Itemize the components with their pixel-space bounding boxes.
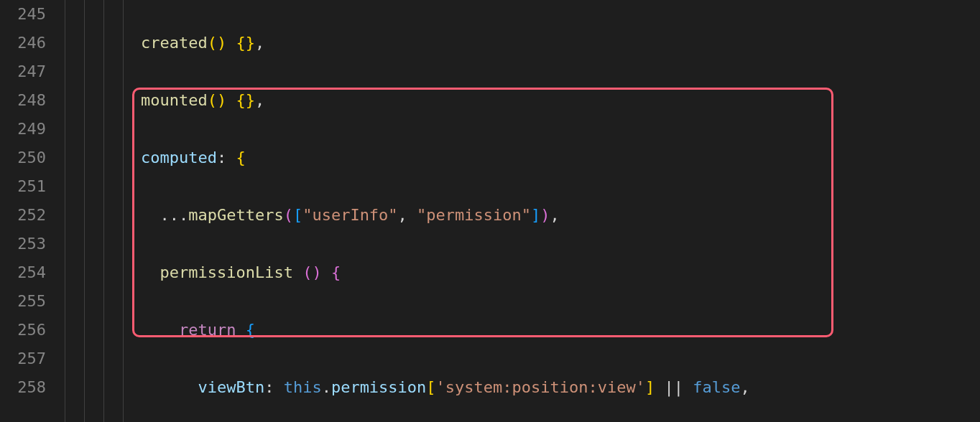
code-line[interactable]: mounted() {}, <box>65 86 980 115</box>
string-literal: 'system:position:view' <box>436 378 645 396</box>
code-area[interactable]: created() {}, mounted() {}, computed: { … <box>65 0 980 422</box>
line-number: 251 <box>0 172 46 201</box>
property-name: permission <box>331 378 426 396</box>
boolean-literal: false <box>693 378 740 396</box>
line-number: 248 <box>0 86 46 115</box>
line-number: 252 <box>0 201 46 230</box>
code-line[interactable]: viewBtn: this.permission['system:positio… <box>65 373 980 402</box>
code-line[interactable]: return { <box>65 316 980 344</box>
line-number: 246 <box>0 29 46 57</box>
property-name: viewBtn <box>198 378 264 396</box>
line-number: 247 <box>0 57 46 86</box>
code-line[interactable]: created() {}, <box>65 29 980 57</box>
code-editor[interactable]: 245 246 247 248 249 250 251 252 253 254 … <box>0 0 980 422</box>
line-number: 250 <box>0 144 46 172</box>
method-name: permissionList <box>160 263 292 281</box>
line-number: 258 <box>0 373 46 402</box>
line-number: 254 <box>0 258 46 287</box>
property-name: computed <box>141 149 217 167</box>
line-number: 249 <box>0 115 46 144</box>
code-line[interactable]: permissionList () { <box>65 258 980 287</box>
string-literal: "permission" <box>417 206 531 224</box>
code-line[interactable]: computed: { <box>65 144 980 172</box>
method-name: created <box>141 34 208 52</box>
line-number: 255 <box>0 287 46 316</box>
code-line[interactable]: ...mapGetters(["userInfo", "permission"]… <box>65 201 980 230</box>
method-name: mounted <box>141 91 208 109</box>
keyword-this: this <box>284 378 322 396</box>
function-call: mapGetters <box>188 206 283 224</box>
line-number: 253 <box>0 230 46 258</box>
line-number: 257 <box>0 344 46 373</box>
keyword-return: return <box>179 321 236 339</box>
line-number-gutter: 245 246 247 248 249 250 251 252 253 254 … <box>0 0 65 422</box>
line-number: 256 <box>0 316 46 344</box>
line-number: 245 <box>0 0 46 29</box>
string-literal: "userInfo" <box>302 206 397 224</box>
